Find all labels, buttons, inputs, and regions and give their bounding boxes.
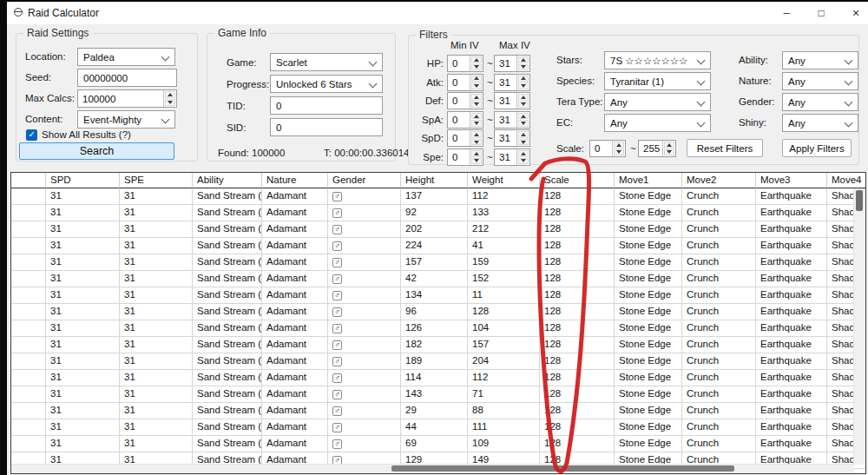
table-cell[interactable]: ♂	[328, 188, 401, 205]
spin-up-button[interactable]	[664, 142, 674, 148]
iv-min-spinner[interactable]: 0	[447, 74, 483, 91]
vertical-scrollbar-thumb[interactable]	[856, 190, 863, 211]
table-cell[interactable]: 182	[401, 337, 468, 353]
spin-up-button[interactable]	[165, 91, 175, 98]
table-cell[interactable]: 112	[468, 370, 540, 386]
row-header-cell[interactable]	[11, 205, 46, 221]
column-header-Ability[interactable]: Ability	[193, 173, 262, 188]
table-cell[interactable]: 31	[120, 205, 193, 221]
row-header-cell[interactable]	[11, 419, 46, 436]
table-cell[interactable]: 128	[540, 337, 615, 353]
table-cell[interactable]: 31	[46, 370, 120, 386]
table-cell[interactable]: 31	[120, 238, 193, 254]
table-cell[interactable]: Sand Stream (1)	[193, 221, 262, 238]
table-cell[interactable]: Earthquake	[756, 337, 827, 353]
spin-up-button[interactable]	[518, 131, 529, 138]
table-cell[interactable]: 44	[401, 419, 468, 436]
iv-min-spinner[interactable]: 0	[447, 111, 483, 129]
sid-input[interactable]: 0	[270, 118, 383, 136]
spin-down-button[interactable]	[518, 139, 529, 146]
table-cell[interactable]: ♂	[328, 370, 401, 386]
table-cell[interactable]: Adamant	[262, 403, 328, 419]
table-cell[interactable]: Stone Edge	[615, 271, 682, 287]
spin-up-button[interactable]	[471, 131, 482, 138]
table-cell[interactable]: Sand Stream (1)	[193, 370, 262, 386]
table-cell[interactable]: 157	[468, 337, 540, 353]
table-cell[interactable]: Sand Stream (1)	[193, 320, 262, 337]
table-row[interactable]: 3131Sand Stream (1)Adamant♂69109128Stone…	[11, 436, 865, 452]
table-cell[interactable]: Stone Edge	[615, 337, 682, 353]
table-cell[interactable]: Stone Edge	[615, 386, 682, 403]
table-cell[interactable]: Stone Edge	[615, 403, 682, 419]
table-cell[interactable]: 31	[46, 221, 120, 238]
table-cell[interactable]: 126	[401, 320, 468, 337]
scale-max-spinner[interactable]: 255	[638, 140, 676, 157]
progress-dropdown[interactable]: Unlocked 6 Stars	[270, 75, 383, 93]
table-cell[interactable]: Stone Edge	[615, 370, 682, 386]
table-cell[interactable]: 128	[540, 304, 615, 320]
table-cell[interactable]: ♂	[328, 419, 401, 436]
content-dropdown[interactable]: Event-Mighty	[77, 110, 175, 129]
spin-up-button[interactable]	[518, 150, 529, 157]
table-cell[interactable]: Stone Edge	[615, 221, 682, 238]
table-row[interactable]: 3131Sand Stream (1)Adamant♂2988128Stone …	[11, 403, 865, 419]
column-header-SPE[interactable]: SPE	[120, 173, 193, 188]
tera-type-dropdown[interactable]: Any	[604, 93, 711, 111]
table-cell[interactable]: Adamant	[262, 254, 328, 271]
column-header-Move3[interactable]: Move3	[756, 173, 827, 188]
table-cell[interactable]: 189	[401, 353, 468, 370]
table-cell[interactable]: 202	[401, 221, 468, 238]
table-row[interactable]: 3131Sand Stream (1)Adamant♂114112128Ston…	[11, 370, 865, 386]
tid-input[interactable]: 0	[270, 96, 383, 115]
table-cell[interactable]: 31	[120, 287, 193, 304]
ec-dropdown[interactable]: Any	[604, 114, 711, 132]
table-cell[interactable]: 31	[120, 188, 193, 205]
row-header-cell[interactable]	[11, 238, 46, 254]
table-cell[interactable]: 212	[468, 221, 540, 238]
table-cell[interactable]: 128	[540, 403, 615, 419]
spin-down-button[interactable]	[471, 102, 482, 109]
spin-down-button[interactable]	[471, 139, 482, 146]
table-cell[interactable]: Adamant	[262, 337, 328, 353]
horizontal-scrollbar-thumb[interactable]	[391, 465, 734, 472]
reset-filters-button[interactable]: Reset Filters	[687, 139, 763, 157]
table-cell[interactable]: 133	[468, 205, 540, 221]
table-cell[interactable]: Sand Stream (1)	[193, 419, 262, 436]
nature-dropdown[interactable]: Any	[782, 72, 858, 90]
column-header-Move2[interactable]: Move2	[682, 173, 756, 188]
table-cell[interactable]: 104	[468, 320, 540, 337]
spin-up-button[interactable]	[471, 56, 482, 63]
column-header-Move1[interactable]: Move1	[615, 173, 682, 188]
table-cell[interactable]: Adamant	[262, 353, 328, 370]
table-cell[interactable]: 31	[46, 304, 120, 320]
row-header-cell[interactable]	[11, 403, 46, 419]
table-cell[interactable]: 143	[401, 386, 468, 403]
table-cell[interactable]: 71	[468, 386, 540, 403]
table-cell[interactable]: Crunch	[682, 205, 756, 221]
table-cell[interactable]: 157	[401, 254, 468, 271]
minimize-button[interactable]: –	[769, 2, 804, 24]
table-cell[interactable]: Sand Stream (1)	[193, 205, 262, 221]
table-cell[interactable]: 128	[540, 254, 615, 271]
table-cell[interactable]: 152	[468, 271, 540, 287]
table-cell[interactable]: Earthquake	[756, 419, 827, 436]
table-cell[interactable]: 31	[120, 254, 193, 271]
table-cell[interactable]: 31	[120, 353, 193, 370]
spin-down-button[interactable]	[471, 120, 482, 127]
table-cell[interactable]: 31	[46, 320, 120, 337]
iv-min-spinner[interactable]: 0	[447, 148, 483, 166]
table-cell[interactable]: Earthquake	[756, 304, 827, 320]
stars-dropdown[interactable]: 7S ☆☆☆☆☆☆☆	[604, 51, 711, 69]
row-header-cell[interactable]	[11, 287, 46, 304]
table-cell[interactable]: Earthquake	[756, 188, 827, 205]
column-header-row-selector[interactable]	[11, 173, 46, 188]
table-cell[interactable]: 31	[46, 271, 120, 287]
table-cell[interactable]: Earthquake	[756, 205, 827, 221]
table-cell[interactable]: Adamant	[262, 304, 328, 320]
iv-max-spinner[interactable]: 31	[494, 129, 530, 147]
table-cell[interactable]: ♂	[328, 337, 401, 353]
spin-down-button[interactable]	[471, 64, 482, 71]
table-cell[interactable]: Stone Edge	[615, 205, 682, 221]
table-cell[interactable]: Earthquake	[756, 370, 827, 386]
table-cell[interactable]: 114	[401, 370, 468, 386]
